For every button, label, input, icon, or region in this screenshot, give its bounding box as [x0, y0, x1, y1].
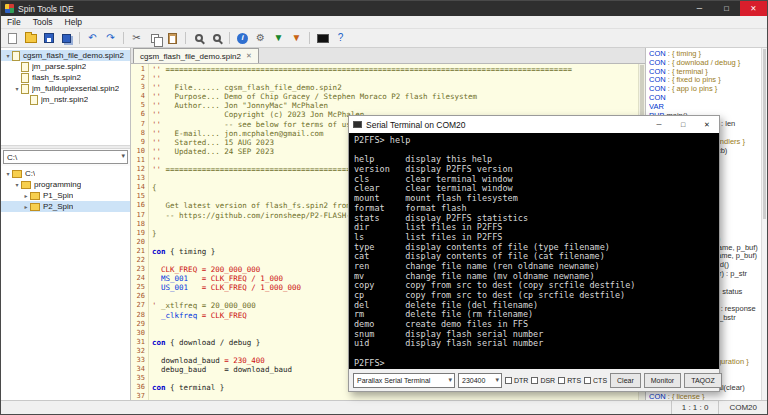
- redo-icon[interactable]: ↷: [103, 31, 118, 46]
- caret-position: 1 : 1 : 0: [671, 401, 719, 414]
- clear-button[interactable]: Clear: [610, 373, 641, 388]
- menu-tools[interactable]: Tools: [27, 17, 59, 27]
- collapsed-icon[interactable]: ▸: [22, 203, 30, 210]
- line-number: 16: [131, 201, 148, 210]
- serial-terminal-icon[interactable]: [315, 31, 330, 46]
- tab-close-icon[interactable]: ✕: [246, 52, 252, 60]
- code-token: '': [152, 92, 161, 101]
- line-number: 21: [131, 247, 148, 256]
- outline-label: : { terminal }: [666, 68, 708, 76]
- upload-to-ram-icon[interactable]: ▼: [271, 31, 286, 46]
- terminal-maximize-button[interactable]: □: [671, 116, 695, 133]
- editor-tab[interactable]: cgsm_flash_file_demo.spin2 ✕: [133, 48, 259, 63]
- outline-label: : { license }: [666, 393, 705, 400]
- code-token: download_baud: [152, 356, 224, 365]
- code-token: _xtlfreq = 20_000_000: [157, 301, 256, 310]
- dtr-checkbox[interactable]: DTR: [505, 377, 528, 384]
- outline-item[interactable]: CON : { download / debug }: [649, 59, 761, 68]
- collapsed-icon[interactable]: ▸: [22, 192, 30, 199]
- help-icon[interactable]: ?: [333, 31, 348, 46]
- folder-tree-item[interactable]: ▸P1_Spin: [1, 190, 130, 201]
- file-name: jm_parse.spin2: [32, 62, 86, 71]
- expanded-icon[interactable]: ▾: [4, 52, 12, 59]
- root-folder-select[interactable]: C:\ ▾: [3, 150, 128, 164]
- maximize-button[interactable]: □: [713, 1, 740, 16]
- copy-icon[interactable]: [147, 31, 162, 46]
- file-tree-item[interactable]: flash_fs.spin2: [1, 72, 130, 83]
- open-files-tree: ▾cgsm_flash_file_demo.spin2jm_parse.spin…: [1, 48, 130, 145]
- menu-file[interactable]: File: [1, 17, 27, 27]
- find-glyph: [195, 34, 203, 42]
- checkbox-box-icon: [531, 377, 538, 384]
- upload-to-flash-icon[interactable]: ▼: [289, 31, 304, 46]
- terminal-output[interactable]: P2FFS> helphelp display this helpversion…: [349, 133, 719, 369]
- folder-icon: [30, 203, 40, 211]
- open-file-icon[interactable]: [23, 31, 38, 46]
- code-token: Author.... Jon "JonnyMac" McPhalen: [161, 101, 328, 110]
- minimize-button[interactable]: ─: [686, 1, 713, 16]
- paste-icon[interactable]: [165, 31, 180, 46]
- terminal-window-controls: ─□✕: [647, 116, 719, 133]
- code-token: { terminal }: [166, 383, 225, 392]
- outline-item[interactable]: CON : { fixed io pins }: [649, 76, 761, 85]
- save-file-icon[interactable]: [41, 31, 56, 46]
- chevron-down-icon: ▾: [495, 376, 499, 384]
- terminal-minimize-button[interactable]: ─: [647, 116, 671, 133]
- terminal-close-button[interactable]: ✕: [695, 116, 719, 133]
- outline-item[interactable]: CON: [649, 94, 761, 103]
- folder-name: P1_Spin: [43, 191, 73, 200]
- code-token: ========================================…: [161, 65, 572, 74]
- file-tree-item[interactable]: ▾cgsm_flash_file_demo.spin2: [1, 50, 130, 61]
- new-file-glyph: [8, 33, 17, 44]
- undo-icon[interactable]: ↶: [85, 31, 100, 46]
- close-button[interactable]: ✕: [740, 1, 767, 16]
- cts-checkbox[interactable]: CTS: [584, 377, 607, 384]
- outline-item[interactable]: CON : { app io pins }: [649, 85, 761, 94]
- serial-terminal-glyph: [317, 34, 329, 43]
- save-all-icon[interactable]: [59, 31, 74, 46]
- outline-item[interactable]: CON : { terminal }: [649, 68, 761, 77]
- compile-icon[interactable]: ⚙: [253, 31, 268, 46]
- baud-rate-value: 230400: [462, 377, 485, 384]
- outline-keyword: CON: [649, 85, 666, 93]
- rts-checkbox[interactable]: RTS: [558, 377, 581, 384]
- monitor-button[interactable]: Monitor: [644, 373, 681, 388]
- save-file-glyph: [44, 33, 54, 43]
- code-line: [152, 392, 638, 400]
- show-info-icon[interactable]: i: [235, 31, 250, 46]
- folder-tree-item[interactable]: ▸P2_Spin: [1, 201, 130, 212]
- outline-item[interactable]: VAR: [649, 103, 761, 112]
- file-tree-item[interactable]: ▾jm_fullduplexserial.spin2: [1, 83, 130, 94]
- serial-terminal-window: Serial Terminal on COM20 ─□✕ P2FFS> help…: [348, 115, 720, 392]
- line-number: 1: [131, 65, 148, 74]
- outline-scrollbar[interactable]: [761, 48, 767, 400]
- line-number: 11: [131, 156, 148, 165]
- expanded-icon[interactable]: ▾: [4, 170, 12, 177]
- file-tree-item[interactable]: jm_parse.spin2: [1, 61, 130, 72]
- outline-item[interactable]: CON : { timing }: [649, 50, 761, 59]
- file-tree-item[interactable]: jm_nstr.spin2: [1, 94, 130, 105]
- find-icon[interactable]: [191, 31, 206, 46]
- menu-help[interactable]: Help: [59, 17, 88, 27]
- line-number: 12: [131, 165, 148, 174]
- line-number: 25: [131, 283, 148, 292]
- code-token: '': [152, 101, 161, 110]
- expanded-icon[interactable]: ▾: [13, 181, 21, 188]
- find-replace-icon[interactable]: [209, 31, 224, 46]
- taqoz-button[interactable]: TAQOZ: [684, 373, 722, 388]
- cut-icon[interactable]: ✂: [129, 31, 144, 46]
- baud-rate-select[interactable]: 230400 ▾: [458, 373, 502, 388]
- folder-tree-item[interactable]: ▾C:\: [1, 168, 130, 179]
- terminal-profile-select[interactable]: Parallax Serial Terminal ▾: [353, 373, 455, 388]
- outline-item[interactable]: CON : { license }: [649, 393, 761, 400]
- code-token: '': [152, 138, 161, 147]
- folder-icon: [30, 192, 40, 200]
- line-number: 13: [131, 174, 148, 183]
- dsr-checkbox[interactable]: DSR: [531, 377, 555, 384]
- line-number: 31: [131, 338, 148, 347]
- folder-tree-item[interactable]: ▾programming: [1, 179, 130, 190]
- outline-label: : { fixed io pins }: [666, 76, 721, 84]
- terminal-title-bar[interactable]: Serial Terminal on COM20 ─□✕: [349, 116, 719, 133]
- new-file-icon[interactable]: [5, 31, 20, 46]
- expanded-icon[interactable]: ▾: [13, 85, 21, 92]
